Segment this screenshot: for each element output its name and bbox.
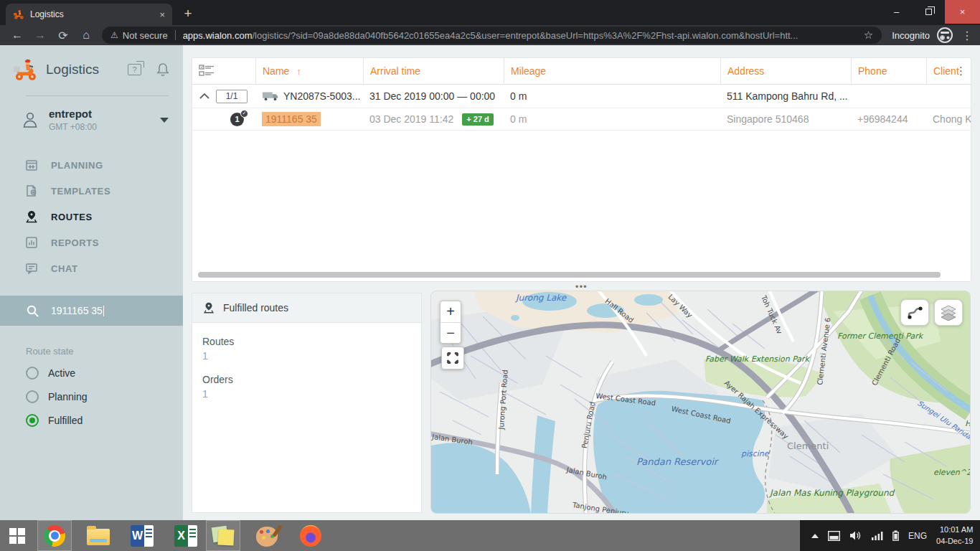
stat-value: 1 bbox=[202, 388, 411, 400]
excel-icon: X bbox=[174, 525, 197, 547]
clock[interactable]: 10:01 AM 04-Dec-19 bbox=[936, 524, 974, 547]
order-row[interactable]: 1 ✓ 1911165 35 03 Dec 2019 11:42 + 27 d … bbox=[192, 108, 971, 131]
taskbar-excel-button[interactable]: X bbox=[169, 520, 203, 551]
home-icon[interactable]: ⌂ bbox=[75, 29, 98, 42]
new-tab-button[interactable]: + bbox=[178, 4, 198, 24]
windows-logo-icon bbox=[9, 528, 25, 544]
language-indicator[interactable]: ENG bbox=[908, 531, 927, 541]
sidebar: Logistics ? entrepot GMT +08:00 PLANNING bbox=[0, 45, 183, 520]
favicon-scooter-icon bbox=[13, 9, 24, 20]
browser-menu-icon[interactable]: ⋮ bbox=[960, 29, 974, 42]
panel-header: Fulfilled routes bbox=[192, 293, 421, 323]
taskbar-explorer-button[interactable] bbox=[81, 520, 116, 551]
column-header-arrival-time[interactable]: Arrival time bbox=[363, 58, 504, 84]
route-arrival: 31 Dec 2019 00:00 — 00:00 bbox=[363, 85, 504, 108]
taskbar-chrome-button[interactable] bbox=[37, 520, 72, 551]
reload-icon[interactable]: ⟳ bbox=[52, 29, 75, 42]
route-curve-icon bbox=[906, 305, 923, 321]
routes-table: Name↑ Arrival time Mileage Address Phone… bbox=[192, 57, 971, 282]
restore-button[interactable] bbox=[913, 0, 945, 24]
user-menu[interactable]: entrepot GMT +08:00 bbox=[0, 96, 183, 142]
start-button[interactable] bbox=[0, 520, 34, 551]
sidebar-item-label: ROUTES bbox=[51, 212, 93, 222]
window-controls: – × bbox=[880, 0, 980, 24]
map-label-clementi: Clementi bbox=[787, 441, 829, 451]
column-header-name[interactable]: Name↑ bbox=[255, 58, 363, 84]
help-icon[interactable]: ? bbox=[128, 64, 141, 75]
order-mileage: 0 m bbox=[504, 108, 720, 130]
battery-icon[interactable] bbox=[892, 530, 899, 541]
forward-icon[interactable]: → bbox=[29, 29, 52, 42]
radio-planning[interactable]: Planning bbox=[26, 390, 183, 404]
clock-date: 04-Dec-19 bbox=[936, 536, 973, 547]
fullscreen-button[interactable] bbox=[441, 347, 464, 369]
route-pin-icon bbox=[24, 209, 39, 224]
route-phone bbox=[851, 85, 926, 108]
search-icon bbox=[26, 304, 39, 318]
stat-label: Orders bbox=[202, 374, 411, 385]
sidebar-item-routes[interactable]: ROUTES bbox=[0, 204, 183, 230]
url-domain: apps.wialon.com bbox=[183, 30, 253, 41]
sidebar-item-chat[interactable]: CHAT bbox=[0, 255, 183, 281]
browser-tab[interactable]: Logistics × bbox=[6, 4, 172, 25]
notifications-bell-icon[interactable] bbox=[156, 62, 170, 77]
taskbar-paint-button[interactable] bbox=[250, 520, 284, 551]
map[interactable]: Jurong Lake Hall Road Lay Way Toh Tuck A… bbox=[430, 291, 971, 514]
route-line-button[interactable] bbox=[900, 299, 929, 326]
collapse-chevron-icon[interactable] bbox=[199, 93, 210, 100]
order-name-cell: 1911165 35 bbox=[255, 108, 363, 130]
map-canvas bbox=[431, 291, 971, 514]
column-header-mileage[interactable]: Mileage bbox=[504, 58, 720, 84]
route-search-input[interactable]: 1911165 35 bbox=[0, 296, 183, 326]
divider bbox=[175, 30, 176, 40]
taskbar-firefox-button[interactable] bbox=[293, 520, 328, 551]
column-header-address[interactable]: Address bbox=[720, 58, 851, 84]
radio-label: Active bbox=[48, 367, 75, 379]
tray-window-icon[interactable] bbox=[828, 531, 840, 541]
layers-icon bbox=[940, 305, 957, 321]
zoom-in-button[interactable]: + bbox=[440, 301, 461, 322]
sidebar-item-label: TEMPLATES bbox=[51, 186, 110, 197]
sidebar-item-planning[interactable]: PLANNING bbox=[0, 152, 183, 178]
bookmark-star-icon[interactable]: ☆ bbox=[864, 29, 873, 42]
order-marker: 1 ✓ bbox=[230, 113, 244, 126]
sidebar-item-reports[interactable]: REPORTS bbox=[0, 230, 183, 255]
close-button[interactable]: × bbox=[945, 0, 980, 24]
taskbar-word-button[interactable]: W bbox=[125, 520, 159, 551]
stat-label: Routes bbox=[202, 336, 411, 347]
column-header-phone[interactable]: Phone bbox=[851, 58, 926, 84]
radio-label: Fulfilled bbox=[48, 415, 83, 426]
radio-active[interactable]: Active bbox=[26, 366, 183, 380]
minimize-button[interactable]: – bbox=[880, 0, 913, 24]
back-icon[interactable]: ← bbox=[6, 29, 29, 42]
map-label-faber-walk-extension-park: Faber Walk Extension Park bbox=[705, 354, 809, 364]
address-bar[interactable]: ⚠ Not secure apps.wialon.com/logistics/?… bbox=[102, 27, 882, 44]
security-label[interactable]: Not secure bbox=[123, 30, 168, 41]
main-content: Name↑ Arrival time Mileage Address Phone… bbox=[183, 45, 980, 520]
tab-close-icon[interactable]: × bbox=[159, 9, 165, 20]
user-icon bbox=[22, 110, 39, 129]
route-pin-icon bbox=[202, 301, 215, 314]
sidebar-item-templates[interactable]: TEMPLATES bbox=[0, 178, 183, 204]
check-badge-icon: ✓ bbox=[240, 110, 248, 118]
network-signal-icon[interactable] bbox=[872, 531, 883, 540]
route-state-filter: Route state Active Planning Fulfilled bbox=[0, 346, 183, 428]
panel-resize-handle[interactable]: ••• bbox=[183, 284, 980, 290]
brand: Logistics ? bbox=[0, 45, 183, 90]
horizontal-scrollbar[interactable] bbox=[198, 272, 941, 278]
route-group-row[interactable]: 1/1 YN2087S-5003... 31 Dec 2019 00:00 — … bbox=[192, 85, 971, 108]
chevron-down-icon bbox=[160, 118, 169, 123]
map-label-jurong-lake: Jurong Lake bbox=[516, 293, 566, 303]
map-label-jalan-mas-kuning-playground: Jalan Mas Kuning Playground bbox=[770, 488, 894, 498]
tray-expand-icon[interactable] bbox=[811, 534, 819, 538]
map-label-piscine: piscine bbox=[741, 449, 769, 458]
map-layers-button[interactable] bbox=[934, 299, 963, 326]
volume-icon[interactable] bbox=[849, 530, 862, 541]
taskbar-sticky-notes-button[interactable] bbox=[206, 520, 240, 551]
radio-fulfilled[interactable]: Fulfilled bbox=[26, 413, 183, 428]
column-select-header[interactable] bbox=[192, 58, 255, 84]
table-menu-icon[interactable]: ⋮ bbox=[956, 65, 966, 77]
zoom-out-button[interactable]: − bbox=[440, 322, 461, 343]
paint-icon bbox=[256, 527, 278, 547]
map-label-he-truncated: He bbox=[965, 419, 971, 428]
